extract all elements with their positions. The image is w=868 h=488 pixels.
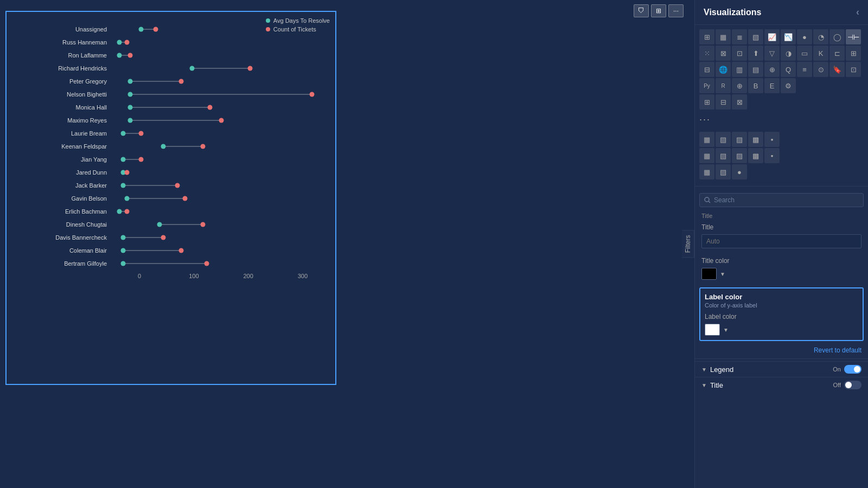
viz-icon-c2[interactable]: ▧ [716,132,731,147]
chart-row: Monica Hall [12,101,330,114]
title-color-dropdown[interactable]: ▼ [720,271,725,277]
viz-icon-stack[interactable]: ≣ [732,29,747,44]
row-bar [112,244,330,257]
layout-button[interactable]: ⊞ [651,4,666,17]
viz-icon-table[interactable]: ⊞ [699,29,714,44]
viz-icon-d5[interactable]: ▪ [764,148,780,163]
viz-icon-python[interactable]: Py [699,78,714,93]
viz-icon-choropleth[interactable]: ▥ [732,62,747,77]
panel-back-icon[interactable]: ‹ [856,7,859,18]
viz-icon-bar[interactable]: ▦ [716,29,731,44]
title-toggle[interactable] [844,381,861,389]
more-button[interactable]: ··· [668,4,684,17]
icon-row-2: ⁙ ⊠ ⊡ ⬆ ▽ ◑ ▭ K ⊏ ⊞ [699,46,864,61]
viz-icon-e3[interactable]: ● [732,164,747,179]
viz-icon-e2[interactable]: ▧ [716,164,731,179]
viz-icon-more1[interactable]: ⊞ [699,94,714,110]
label-color-inner-label: Label color [705,313,858,320]
row-bar [112,218,330,231]
revert-link[interactable]: Revert to default [695,344,868,356]
label-color-dropdown[interactable]: ▼ [723,327,729,333]
legend-toggle[interactable] [844,365,861,374]
viz-icon-scatter[interactable]: ⁙ [699,46,714,61]
viz-icon-area[interactable]: 📉 [781,29,796,44]
viz-icon-bookmark[interactable]: 🔖 [829,62,845,77]
dot-coral [178,248,183,253]
viz-icon-ring[interactable]: ◯ [829,29,845,44]
viz-icon-d1[interactable]: ▦ [699,148,714,163]
dot-teal [117,40,122,45]
viz-icon-bing[interactable]: B [748,78,763,93]
viz-icon-dot[interactable]: ● [797,29,812,44]
label-color-swatch[interactable] [705,324,720,336]
title-color-swatch[interactable] [701,268,717,280]
viz-icon-r[interactable]: R [716,78,731,93]
viz-icon-kpi[interactable]: K [813,46,828,61]
viz-icon-plus[interactable]: ⊕ [732,78,747,93]
row-label: Dinesh Chugtai [12,221,112,228]
viz-icon-d2[interactable]: ▧ [716,148,731,163]
viz-icon-c5[interactable]: ▪ [764,132,780,147]
chart-row: Coleman Blair [12,244,330,257]
chart-row: Erlich Bachman [12,205,330,218]
viz-icon-funnel[interactable]: ▽ [764,46,780,61]
viz-icon-c1[interactable]: ▦ [699,132,714,147]
viz-icon-d3[interactable]: ▨ [732,148,747,163]
viz-icon-table2[interactable]: ⊞ [846,46,861,61]
viz-icon-card[interactable]: ▭ [797,46,812,61]
viz-icon-paginate[interactable]: ⊙ [813,62,828,77]
dot-coral [124,170,129,175]
dot-coral [182,196,187,201]
viz-icon-combo[interactable]: ⊠ [716,46,731,61]
panel-scroll[interactable]: ⊞ ▦ ≣ ▧ 📈 📉 ● ◔ ◯ ⊣⊢ ⁙ ⊠ ⊡ ⬆ ▽ ◑ ▭ K [695,25,868,488]
title-color-label: Title color [701,257,861,265]
filter-button[interactable]: ⛉ [634,4,649,17]
viz-icon-matrix[interactable]: ⊟ [699,62,714,77]
row-bar [112,114,330,127]
row-label: Jian Yang [12,156,112,163]
dot-coral [161,235,165,240]
dot-coral [208,105,213,110]
legend-chevron[interactable]: ▼ [701,367,707,373]
viz-icon-decomp[interactable]: ⊕ [764,62,780,77]
viz-icon-col[interactable]: ▧ [748,29,763,44]
viz-icon-map[interactable]: 🌐 [716,62,731,77]
viz-icon-c4[interactable]: ▩ [748,132,763,147]
viz-icon-narr[interactable]: ≡ [797,62,812,77]
viz-icon-line[interactable]: 📈 [764,29,780,44]
title-color-section: Title color ▼ [695,253,868,284]
viz-icon-d4[interactable]: ▩ [748,148,763,163]
viz-icon-more3[interactable]: ⊠ [732,94,747,110]
title-input[interactable] [701,234,861,248]
dot-teal [121,248,126,253]
row-label: Nelson Bighetti [12,91,112,98]
dot-teal [124,196,129,201]
viz-icon-custom[interactable]: ⚙ [781,78,796,93]
search-input[interactable] [714,196,859,204]
dot-teal [128,92,133,97]
viz-icon-c3[interactable]: ▨ [732,132,747,147]
viz-icon-treemap[interactable]: ▤ [748,62,763,77]
row-label: Peter Gregory [12,78,112,85]
chart-rows: UnassignedRuss HannemanRon LaflammeRicha… [12,23,330,270]
title-toggle-label: Title [710,381,833,389]
viz-icon-e1[interactable]: ▦ [699,164,714,179]
viz-icon-waterfall[interactable]: ⬆ [748,46,763,61]
row-label: Richard Hendricks [12,65,112,72]
viz-icon-slicer[interactable]: ⊏ [829,46,845,61]
viz-icon-pie[interactable]: ◔ [813,29,828,44]
title-chevron[interactable]: ▼ [701,382,707,388]
viz-icon-esri[interactable]: E [764,78,780,93]
row-bar [112,101,330,114]
dot-teal [190,66,195,71]
viz-icon-btn[interactable]: ⊡ [846,62,861,77]
viz-icon-dumbbell[interactable]: ⊣⊢ [846,29,861,44]
viz-icon-ribbon[interactable]: ⊡ [732,46,747,61]
viz-icon-gauge[interactable]: ◑ [781,46,796,61]
viz-icon-qa[interactable]: Q [781,62,796,77]
x-tick-200: 200 [221,273,276,279]
filters-tab[interactable]: Filters [682,230,694,258]
viz-icon-more2[interactable]: ⊟ [716,94,731,110]
legend-state: On [833,366,841,373]
dot-teal [128,118,133,123]
